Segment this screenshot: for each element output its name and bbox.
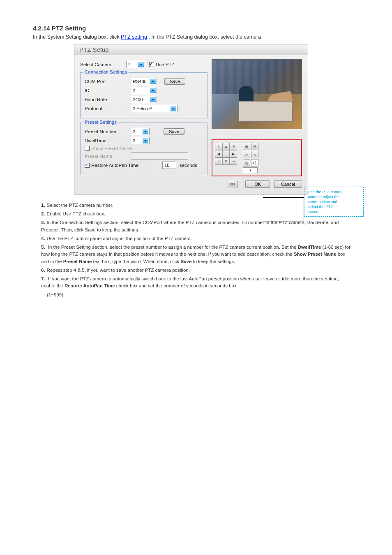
step2-text: Enable Use PTZ check box. xyxy=(47,211,106,216)
callout-line2: panel to adjust the xyxy=(308,194,360,199)
camera-preview xyxy=(212,59,302,129)
dpad-up-left[interactable]: ↖ xyxy=(215,143,222,150)
step4-num: 4. xyxy=(41,236,45,241)
step1-text: Select the PTZ camera number. xyxy=(47,203,113,208)
ok-button[interactable]: OK xyxy=(245,180,270,188)
baud-rate-value: 2400 xyxy=(133,97,149,102)
step6-num: 6. xyxy=(41,268,45,273)
preset-name-input[interactable] xyxy=(131,153,188,160)
preset-settings-group: Preset Settings Preset Number 2 Save Dwe… xyxy=(80,123,208,175)
dwell-time-dropdown[interactable]: 2 xyxy=(131,137,150,144)
dwell-time-value: 2 xyxy=(133,138,142,143)
step5-mid3: text box, type the word. When done, clic… xyxy=(93,259,181,264)
baud-rate-label: Baud Rate xyxy=(85,97,131,102)
step4-text: Use the PTZ control panel and adjust the… xyxy=(47,236,192,241)
preset-name-label: Preset Name xyxy=(85,154,131,159)
section-intro: In the System Setting dialog box, click … xyxy=(33,34,359,40)
step5-before: In the Preset Setting section, select th… xyxy=(48,245,298,250)
step7-rest: Restore AutoPan Time xyxy=(65,283,115,288)
preset-save-button[interactable]: Save xyxy=(164,128,184,135)
step3-num: 3. xyxy=(41,220,45,225)
protocol-label: Protocol xyxy=(85,106,131,111)
step5-save: Save xyxy=(180,259,191,264)
use-ptz-checkbox[interactable] xyxy=(149,62,154,67)
com-port-dropdown[interactable]: RS485 xyxy=(131,78,157,85)
chevron-down-icon xyxy=(150,97,156,102)
step7-num: 7. xyxy=(41,276,45,281)
show-preset-name-label: Show Preset Name xyxy=(91,146,132,151)
zoom-in-icon[interactable]: ⊕ xyxy=(243,143,250,150)
dpad-down[interactable]: ▼ xyxy=(222,157,230,165)
dpad-down-right[interactable]: ↘ xyxy=(230,157,237,165)
chevron-down-icon xyxy=(143,138,148,143)
ptz-setup-dialog: PTZ Setup Select Camera 2 Use PTZ Connec… xyxy=(74,44,308,194)
dwell-time-label: DwellTime xyxy=(85,138,131,143)
chevron-down-icon xyxy=(138,62,144,67)
dpad-up-right[interactable]: ↗ xyxy=(230,143,237,150)
callout-line1: Use the PTZ control xyxy=(308,190,360,194)
callout-line5: speed. xyxy=(308,209,360,214)
restore-autopan-unit: seconds xyxy=(180,163,197,168)
intro-after: . In the PTZ Setting dialog box, select … xyxy=(148,34,261,40)
chevron-down-icon xyxy=(150,79,156,84)
restore-autopan-checkbox[interactable] xyxy=(85,163,90,168)
baud-rate-dropdown[interactable]: 2400 xyxy=(131,96,157,103)
callout-line4: select the PTZ xyxy=(308,204,360,209)
focus-far-icon[interactable]: ⤡ xyxy=(251,151,258,158)
step5-pname: Preset Name xyxy=(63,259,92,264)
step5-show: Show Preset Name xyxy=(294,252,337,257)
com-port-value: RS485 xyxy=(133,79,149,84)
dpad-right[interactable]: ▶ xyxy=(230,150,237,157)
dpad-center[interactable] xyxy=(222,150,230,157)
restore-autopan-label: Restore AutoPan Time xyxy=(91,163,138,168)
callout-connector xyxy=(263,197,304,222)
id-value: 2 xyxy=(133,88,149,93)
connection-settings-legend: Connection Settings xyxy=(83,69,129,74)
cancel-button[interactable]: Cancel xyxy=(274,180,302,188)
preset-number-value: 2 xyxy=(133,129,142,134)
step2-num: 2. xyxy=(41,211,45,216)
speed-icon[interactable]: ◷ xyxy=(243,159,250,166)
intro-before: In the System Setting dialog box, click xyxy=(33,34,121,40)
preset-number-label: Preset Number xyxy=(85,129,131,134)
chevron-down-icon xyxy=(171,106,176,111)
select-camera-value: 2 xyxy=(128,62,137,67)
preset-number-dropdown[interactable]: 2 xyxy=(131,128,150,135)
select-camera-dropdown[interactable]: 2 xyxy=(126,61,145,68)
ptz-dpad: ↖ ▲ ↗ ◀ ▶ ↙ ▼ ↘ xyxy=(215,143,237,165)
dpad-left[interactable]: ◀ xyxy=(215,150,222,157)
id-dropdown[interactable]: 2 xyxy=(131,87,157,94)
id-label: ID xyxy=(85,88,131,93)
speed-value: x1 xyxy=(251,159,258,166)
protocol-value: 2.Pelco-P xyxy=(133,106,170,111)
section-title: 4.2.14 PTZ Setting xyxy=(33,25,359,32)
dpad-down-left[interactable]: ↙ xyxy=(215,157,222,165)
ptz-setting-link[interactable]: PTZ setting xyxy=(121,34,147,40)
com-port-label: COM Port xyxy=(85,79,131,84)
select-camera-label: Select Camera xyxy=(80,62,126,67)
preset-settings-legend: Preset Settings xyxy=(83,120,118,125)
chevron-down-icon xyxy=(143,129,148,134)
callout-line3: camera view and xyxy=(308,199,360,204)
speed-dropdown[interactable]: ▾ xyxy=(243,167,258,173)
connection-save-button[interactable]: Save xyxy=(164,78,185,85)
show-preset-name-checkbox[interactable] xyxy=(85,146,90,151)
step5-dwell: DwellTime xyxy=(298,245,321,250)
step5-num: 5. xyxy=(41,245,45,250)
protocol-dropdown[interactable]: 2.Pelco-P xyxy=(131,105,178,112)
step5-after: to keep the settings. xyxy=(193,259,235,264)
focus-near-icon[interactable]: ⤢ xyxy=(243,151,250,158)
use-ptz-label: Use PTZ xyxy=(156,62,174,67)
zoom-out-icon[interactable]: ⊖ xyxy=(251,143,258,150)
step1-num: 1. xyxy=(41,203,45,208)
restore-autopan-seconds-input[interactable] xyxy=(162,162,176,169)
step-note: (1~999) xyxy=(47,291,351,298)
step6-text: Repeat step 4 & 5, if you want to save a… xyxy=(47,268,190,273)
callout-box: Use the PTZ control panel to adjust the … xyxy=(304,187,364,217)
chevron-down-icon xyxy=(150,88,156,93)
ptz-zoom-grid: ⊕ ⊖ ⤢ ⤡ ◷ x1 xyxy=(243,143,258,166)
dialog-title: PTZ Setup xyxy=(74,44,308,55)
dpad-up[interactable]: ▲ xyxy=(222,143,230,150)
keyboard-icon[interactable]: ⌨ xyxy=(228,181,238,188)
step7-after: check box and set the number of seconds … xyxy=(116,283,238,288)
